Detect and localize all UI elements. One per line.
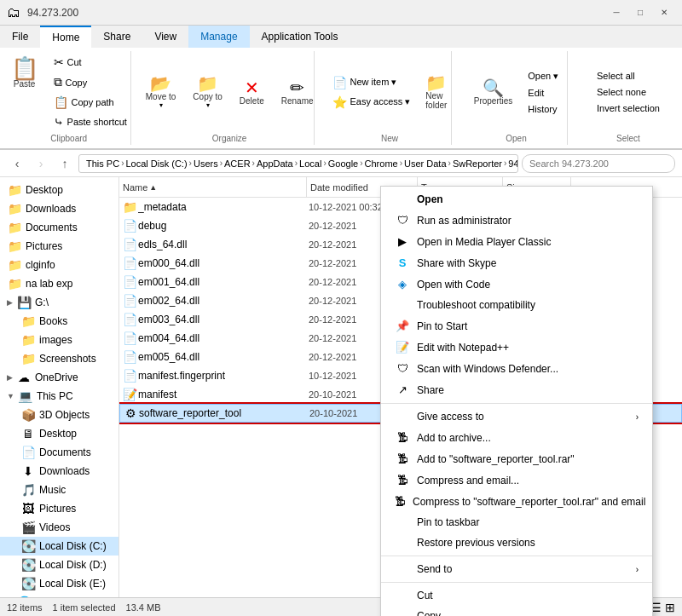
easy-access-button[interactable]: ⭐ Easy access ▾ <box>327 93 417 112</box>
sidebar-item-pictures[interactable]: 📁 Pictures <box>0 237 118 256</box>
forward-button[interactable]: › <box>31 153 51 174</box>
paste-shortcut-button[interactable]: ⤷ Paste shortcut <box>48 112 133 131</box>
open-button[interactable]: Open ▾ <box>522 68 564 84</box>
back-button[interactable]: ‹ <box>7 153 27 174</box>
minimize-button[interactable]: ─ <box>605 4 627 21</box>
dll-icon: 📄 <box>121 256 138 270</box>
group-organize: 📂 Move to ▾ 📁 Copy to ▾ ✕ Delete ✏ Renam… <box>145 51 314 145</box>
sidebar-item-desktop2[interactable]: 🖥 Desktop <box>0 424 118 443</box>
rename-label: Rename <box>281 96 314 106</box>
delete-button[interactable]: ✕ Delete <box>234 75 270 110</box>
ctx-scan-defender[interactable]: 🛡 Scan with Windows Defender... <box>381 358 652 379</box>
sidebar-item-pictures2[interactable]: 🖼 Pictures <box>0 499 118 518</box>
folder-icon: 📁 <box>121 200 138 214</box>
col-header-name[interactable]: Name ▲ <box>119 177 307 197</box>
address-bar: ‹ › ↑ This PC › Local Disk (C:) › Users … <box>0 150 682 177</box>
invert-selection-button[interactable]: Invert selection <box>591 101 666 116</box>
ctx-troubleshoot[interactable]: Troubleshoot compatibility <box>381 295 652 315</box>
sidebar-item-onedrive[interactable]: ▶ ☁ OneDrive <box>0 368 118 387</box>
copy-to-button[interactable]: 📁 Copy to ▾ <box>187 71 228 113</box>
tab-view[interactable]: View <box>142 26 188 48</box>
maximize-button[interactable]: □ <box>629 4 651 21</box>
ctx-add-rar[interactable]: 🗜 Add to "software_reporter_tool.rar" <box>381 448 652 469</box>
ctx-open[interactable]: Open <box>381 189 652 210</box>
history-button[interactable]: History <box>522 101 564 117</box>
up-button[interactable]: ↑ <box>55 153 75 174</box>
sidebar-item-locale[interactable]: 💽 Local Disk (E:) <box>0 574 118 593</box>
paste-shortcut-label: Paste shortcut <box>67 117 127 127</box>
sidebar-item-localc[interactable]: 💽 Local Disk (C:) <box>0 537 118 556</box>
manifest-icon: 📝 <box>121 388 138 401</box>
open-label: Open <box>506 134 526 143</box>
move-to-button[interactable]: 📂 Move to ▾ <box>140 71 182 113</box>
ctx-share-skype[interactable]: S Share with Skype <box>381 252 652 273</box>
copy-path-label: Copy path <box>72 97 114 107</box>
new-item-button[interactable]: 📄 New item ▾ <box>327 73 417 92</box>
tab-apptools[interactable]: Application Tools <box>250 26 350 48</box>
properties-button[interactable]: 🔍 Properties <box>468 75 519 110</box>
path-part-2: Local Disk (C:) <box>125 158 187 169</box>
ctx-cut[interactable]: Cut <box>381 585 652 606</box>
sidebar-item-3dobjects[interactable]: 📦 3D Objects <box>0 406 118 424</box>
sidebar-item-gdrive[interactable]: ▶ 💾 G:\ <box>0 293 118 312</box>
group-new: 📄 New item ▾ ⭐ Easy access ▾ 📁 Newfolder… <box>328 51 452 145</box>
ctx-run-admin[interactable]: 🛡 Run as administrator <box>381 210 652 231</box>
sidebar-item-books[interactable]: 📁 Books <box>0 312 118 331</box>
ctx-add-archive[interactable]: 🗜 Add to archive... <box>381 427 652 448</box>
edit-button[interactable]: Edit <box>522 85 564 101</box>
sidebar-item-documents2[interactable]: 📄 Documents <box>0 443 118 462</box>
copy-label: Copy <box>66 78 88 88</box>
sidebar-item-thispc[interactable]: ▼ 💻 This PC <box>0 387 118 406</box>
sidebar-item-documents[interactable]: 📁 Documents <box>0 218 118 237</box>
ctx-separator-3 <box>381 582 652 583</box>
ctx-give-access[interactable]: Give access to › <box>381 406 652 427</box>
ctx-send-to[interactable]: Send to › <box>381 559 652 579</box>
tab-home[interactable]: Home <box>40 26 91 48</box>
sidebar: 📁 Desktop 📁 Downloads 📁 Documents 📁 Pict… <box>0 177 119 612</box>
sidebar-item-images[interactable]: 📁 images <box>0 331 118 349</box>
paste-button[interactable]: 📋 Paste <box>5 53 44 93</box>
ctx-restore-versions[interactable]: Restore previous versions <box>381 533 652 553</box>
ctx-share[interactable]: ↗ Share <box>381 379 652 400</box>
select-none-button[interactable]: Select none <box>591 84 666 100</box>
dll-icon: 📄 <box>121 313 138 326</box>
sidebar-item-downloads2[interactable]: ⬇ Downloads <box>0 462 118 481</box>
copy-path-button[interactable]: 📋 Copy path <box>48 93 133 112</box>
file-icon: 📄 <box>121 369 138 383</box>
tab-file[interactable]: File <box>0 26 40 48</box>
ctx-compress-email[interactable]: 🗜 Compress and email... <box>381 469 652 491</box>
cut-button[interactable]: ✂ Cut <box>48 53 133 72</box>
group-select: Select all Select none Invert selection … <box>581 51 675 145</box>
new-folder-button[interactable]: 📁 Newfolder <box>419 70 453 114</box>
sidebar-item-desktop[interactable]: 📁 Desktop <box>0 181 118 199</box>
ctx-open-vscode[interactable]: ◈ Open with Code <box>381 273 652 295</box>
tab-share[interactable]: Share <box>91 26 142 48</box>
sidebar-item-nalabexp[interactable]: 📁 na lab exp <box>0 274 118 293</box>
close-button[interactable]: ✕ <box>653 4 675 21</box>
item-size: 13.4 MB <box>126 602 161 613</box>
ctx-edit-notepad[interactable]: 📝 Edit with Notepad++ <box>381 337 652 358</box>
sidebar-item-locald[interactable]: 💽 Local Disk (D:) <box>0 556 118 574</box>
ctx-pin-taskbar[interactable]: Pin to taskbar <box>381 512 652 533</box>
detail-view-button[interactable]: ⊞ <box>665 601 675 614</box>
copy-button[interactable]: ⧉ Copy <box>48 72 133 92</box>
tab-manage[interactable]: Manage <box>188 26 249 48</box>
view-controls: ☰ ⊞ <box>650 601 675 614</box>
ctx-compress-rar-email[interactable]: 🗜 Compress to "software_reporter_tool.ra… <box>381 491 652 512</box>
context-menu: Open 🛡 Run as administrator ▶ Open in Me… <box>380 186 653 616</box>
select-all-button[interactable]: Select all <box>591 68 666 83</box>
rename-button[interactable]: ✏ Rename <box>275 75 320 110</box>
sidebar-item-clginfo[interactable]: 📁 clginfo <box>0 256 118 274</box>
sidebar-item-screenshots[interactable]: 📁 Screenshots <box>0 349 118 368</box>
search-input[interactable] <box>522 154 675 173</box>
address-path[interactable]: This PC › Local Disk (C:) › Users › ACER… <box>78 154 518 173</box>
copy-icon: ⧉ <box>54 75 62 89</box>
ctx-copy[interactable]: Copy <box>381 606 652 616</box>
sidebar-item-downloads[interactable]: 📁 Downloads <box>0 199 118 218</box>
ctx-pin-start[interactable]: 📌 Pin to Start <box>381 315 652 337</box>
sidebar-item-music[interactable]: 🎵 Music <box>0 481 118 499</box>
delete-label: Delete <box>240 96 264 106</box>
ctx-open-mpc[interactable]: ▶ Open in Media Player Classic <box>381 231 652 252</box>
sidebar-item-videos[interactable]: 🎬 Videos <box>0 518 118 537</box>
history-label: History <box>528 104 557 114</box>
